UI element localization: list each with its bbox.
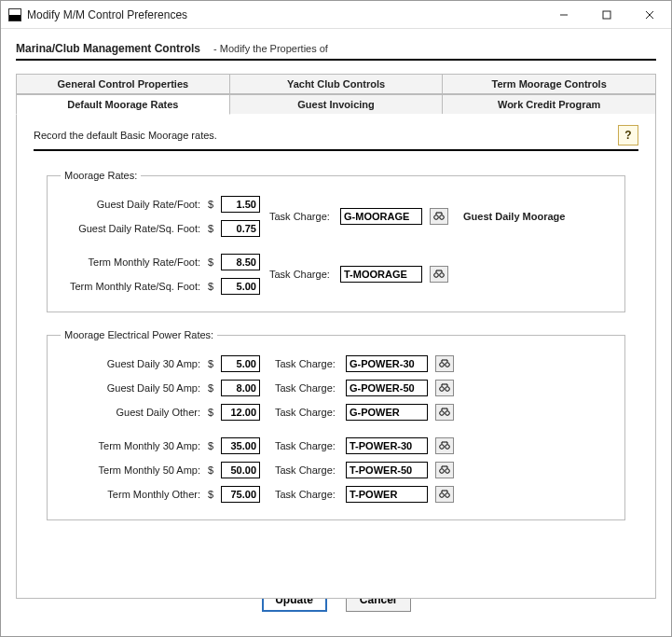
term-monthly-30amp-input[interactable] [221,437,260,454]
guest-task-charge-lookup-button[interactable] [430,208,448,225]
term-monthly-rate-foot-label: Term Monthly Rate/Foot: [61,256,200,268]
binoculars-icon [439,383,450,393]
guest-daily-50amp-charge-input[interactable] [346,380,428,396]
term-monthly-30amp-lookup-button[interactable] [435,437,454,454]
tab-general-control-properties[interactable]: General Control Properties [16,74,230,94]
page-header: Marina/Club Management Controls - Modify… [16,42,656,61]
binoculars-icon [439,441,450,450]
term-monthly-other-row: Term Monthly Other: $ Task Charge: [61,482,611,506]
guest-daily-rate-foot-label: Guest Daily Rate/Foot: [61,199,200,210]
binoculars-icon [439,408,450,417]
content-area: Marina/Club Management Controls - Modify… [1,29,671,609]
task-charge-label: Task Charge: [275,382,340,394]
term-monthly-rate-sqfoot-label: Term Monthly Rate/Sq. Foot: [61,281,200,292]
guest-daily-moorage-label: Guest Daily Moorage [463,211,565,222]
currency-symbol: $ [206,407,215,418]
currency-symbol: $ [206,199,215,210]
window-title: Modify M/M Control Preferences [27,8,187,21]
task-charge-label: Task Charge: [269,211,335,222]
tab-term-moorage-controls[interactable]: Term Moorage Controls [443,74,656,94]
svg-point-4 [434,215,439,220]
guest-daily-30amp-row: Guest Daily 30 Amp: $ Task Charge: [61,352,611,376]
guest-daily-other-input[interactable] [221,404,260,421]
svg-point-10 [440,387,445,392]
tab-work-credit-program[interactable]: Work Credit Program [443,94,656,115]
tab-yacht-club-controls[interactable]: Yacht Club Controls [230,74,444,94]
term-monthly-other-input[interactable] [221,486,260,503]
term-monthly-rate-sqfoot-input[interactable] [221,278,260,295]
term-monthly-50amp-row: Term Monthly 50 Amp: $ Task Charge: [61,458,611,482]
guest-daily-rate-foot-row: Guest Daily Rate/Foot: $ [61,192,260,216]
svg-point-14 [440,445,445,450]
guest-daily-30amp-charge-input[interactable] [346,355,428,372]
svg-point-17 [446,469,450,474]
minimize-button[interactable] [542,1,585,29]
tab-default-moorage-rates[interactable]: Default Moorage Rates [16,94,230,115]
currency-symbol: $ [206,281,215,292]
task-charge-label: Task Charge: [275,407,340,418]
term-monthly-30amp-label: Term Monthly 30 Amp: [61,440,200,451]
tabs-container: General Control Properties Yacht Club Co… [16,74,656,600]
term-monthly-50amp-input[interactable] [221,462,260,478]
instruction-row: Record the default Basic Moorage rates. … [34,125,638,151]
term-monthly-30amp-row: Term Monthly 30 Amp: $ Task Charge: [61,434,611,458]
page-section: Marina/Club Management Controls [16,42,200,55]
svg-point-19 [446,493,450,498]
moorage-rates-group: Moorage Rates: Guest Daily Rate/Foot: $ … [47,170,625,312]
term-monthly-50amp-lookup-button[interactable] [435,462,454,478]
guest-daily-30amp-label: Guest Daily 30 Amp: [61,358,200,369]
currency-symbol: $ [206,464,215,476]
guest-daily-50amp-input[interactable] [221,380,260,396]
guest-task-charge-input[interactable] [340,208,422,225]
term-monthly-rate-foot-input[interactable] [221,254,260,270]
term-monthly-other-label: Term Monthly Other: [61,489,200,500]
task-charge-label: Task Charge: [275,358,340,369]
guest-daily-other-lookup-button[interactable] [435,404,454,421]
task-charge-label: Task Charge: [275,464,340,476]
binoculars-icon [439,359,450,368]
maximize-button[interactable] [585,1,628,29]
svg-point-11 [446,387,450,392]
term-monthly-rate-foot-row: Term Monthly Rate/Foot: $ [61,250,260,274]
tab-guest-invoicing[interactable]: Guest Invoicing [230,94,444,115]
page-action: - Modify the Properties of [213,43,328,54]
guest-task-charge-row: Task Charge: Guest Daily Moorage [260,204,565,228]
binoculars-icon [439,490,450,499]
term-monthly-other-charge-input[interactable] [346,486,428,503]
term-task-charge-input[interactable] [340,266,422,283]
guest-daily-rate-sqfoot-input[interactable] [221,220,260,237]
tab-row-2: Default Moorage Rates Guest Invoicing Wo… [16,94,656,115]
guest-daily-rate-sqfoot-row: Guest Daily Rate/Sq. Foot: $ [61,216,260,241]
guest-daily-rate-sqfoot-label: Guest Daily Rate/Sq. Foot: [61,223,200,234]
currency-symbol: $ [206,358,215,369]
term-monthly-other-lookup-button[interactable] [435,486,454,503]
close-button[interactable] [628,1,671,29]
term-task-charge-lookup-button[interactable] [430,266,448,283]
titlebar: Modify M/M Control Preferences [1,1,671,29]
help-button[interactable]: ? [618,125,638,145]
guest-daily-50amp-row: Guest Daily 50 Amp: $ Task Charge: [61,376,611,400]
term-task-charge-row: Task Charge: [260,262,448,286]
instruction-text: Record the default Basic Moorage rates. [34,130,618,141]
tab-panel: Record the default Basic Moorage rates. … [16,114,656,599]
svg-rect-1 [603,11,610,19]
power-rates-legend: Moorage Electrical Power Rates: [61,329,217,340]
currency-symbol: $ [206,489,215,500]
svg-point-15 [446,445,450,450]
svg-point-8 [440,363,445,367]
term-monthly-50amp-charge-input[interactable] [346,462,428,478]
guest-daily-rate-foot-input[interactable] [221,196,260,213]
term-monthly-50amp-label: Term Monthly 50 Amp: [61,464,200,476]
currency-symbol: $ [206,223,215,234]
window-frame: Modify M/M Control Preferences Marina/Cl… [0,0,672,637]
guest-daily-30amp-input[interactable] [221,355,260,372]
guest-daily-other-charge-input[interactable] [346,404,428,421]
svg-point-5 [440,215,445,220]
guest-daily-30amp-lookup-button[interactable] [435,355,454,372]
binoculars-icon [433,270,445,279]
guest-daily-other-label: Guest Daily Other: [61,407,200,418]
guest-daily-50amp-lookup-button[interactable] [435,380,454,396]
term-monthly-30amp-charge-input[interactable] [346,437,428,454]
currency-symbol: $ [206,382,215,394]
help-icon: ? [624,129,631,142]
